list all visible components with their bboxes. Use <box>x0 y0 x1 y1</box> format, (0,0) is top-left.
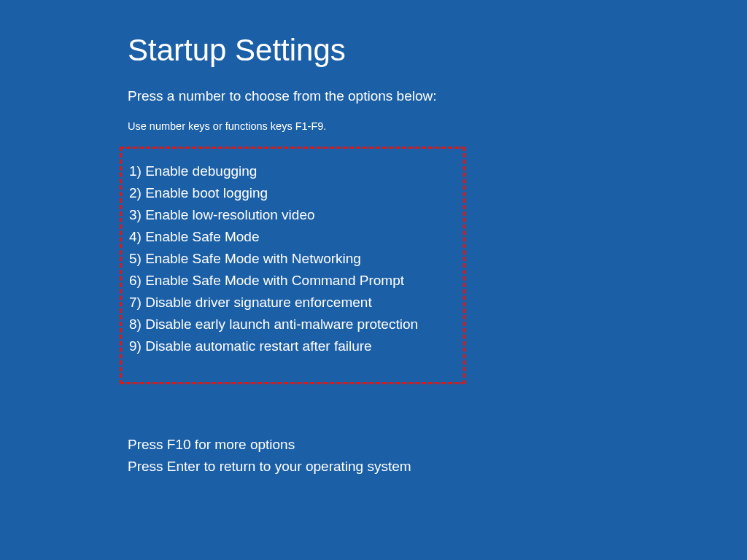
instruction-primary: Press a number to choose from the option… <box>128 88 747 104</box>
instruction-secondary: Use number keys or functions keys F1-F9. <box>128 120 747 132</box>
option-3-enable-low-resolution-video[interactable]: 3) Enable low-resolution video <box>129 204 456 226</box>
startup-settings-screen: Startup Settings Press a number to choos… <box>0 0 747 560</box>
instruction-f10-more-options: Press F10 for more options <box>128 434 747 456</box>
option-5-enable-safe-mode-networking[interactable]: 5) Enable Safe Mode with Networking <box>129 248 456 270</box>
options-highlight-box: 1) Enable debugging 2) Enable boot loggi… <box>120 147 465 384</box>
instruction-enter-return: Press Enter to return to your operating … <box>128 456 747 478</box>
option-2-enable-boot-logging[interactable]: 2) Enable boot logging <box>129 182 456 204</box>
option-7-disable-driver-signature-enforcement[interactable]: 7) Disable driver signature enforcement <box>129 292 456 314</box>
option-6-enable-safe-mode-command-prompt[interactable]: 6) Enable Safe Mode with Command Prompt <box>129 270 456 292</box>
option-9-disable-automatic-restart[interactable]: 9) Disable automatic restart after failu… <box>129 335 456 357</box>
option-8-disable-early-launch-antimalware[interactable]: 8) Disable early launch anti-malware pro… <box>129 314 456 335</box>
option-4-enable-safe-mode[interactable]: 4) Enable Safe Mode <box>129 226 456 248</box>
footer-instructions: Press F10 for more options Press Enter t… <box>128 434 747 478</box>
page-title: Startup Settings <box>128 33 747 68</box>
option-1-enable-debugging[interactable]: 1) Enable debugging <box>129 160 456 182</box>
